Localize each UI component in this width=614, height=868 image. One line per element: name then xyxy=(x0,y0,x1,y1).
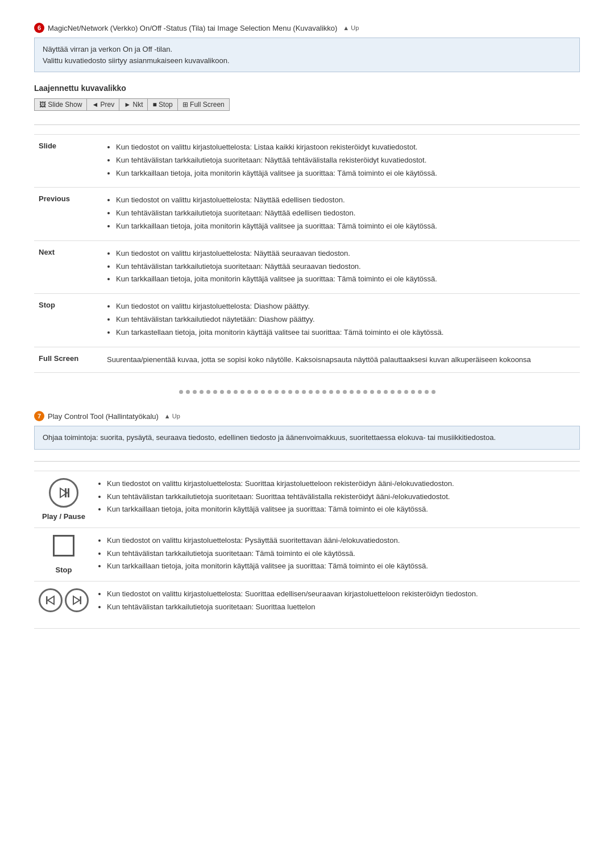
table-row: Next Kun tiedostot on valittu kirjastolu… xyxy=(34,240,580,293)
section2-icon: 7 xyxy=(34,411,44,421)
dot xyxy=(227,390,231,394)
dot xyxy=(391,390,395,394)
dot xyxy=(316,390,320,394)
dots-divider xyxy=(34,390,580,394)
table-row: Slide Kun tiedostot on valittu kirjastol… xyxy=(34,135,580,188)
table-row: Play / Pause Kun tiedostot on valittu ki… xyxy=(34,471,580,528)
section2-title: Play Control Tool (Hallintatyökalu) xyxy=(48,412,159,421)
feature-label-previous: Previous xyxy=(34,188,102,240)
feature-desc-slide: Kun tiedostot on valittu kirjastoluettel… xyxy=(102,135,580,188)
dot xyxy=(234,390,238,394)
stop-cell: Stop xyxy=(34,528,93,581)
table-row: Stop Kun tiedostot on valittu kirjastolu… xyxy=(34,294,580,347)
dot xyxy=(384,390,388,394)
section1-info-box: Näyttää virran ja verkon On ja Off -tila… xyxy=(34,38,580,72)
dot xyxy=(206,390,210,394)
dot xyxy=(261,390,265,394)
feature-table-section1: Slide Kun tiedostot on valittu kirjastol… xyxy=(34,134,580,373)
svg-rect-2 xyxy=(68,488,69,497)
dot xyxy=(370,390,374,394)
table-row: Previous Kun tiedostot on valittu kirjas… xyxy=(34,188,580,240)
toolbar-stop-btn[interactable]: ■ Stop xyxy=(148,99,177,110)
feature-desc-stop: Kun tiedostot on valittu kirjastoluettel… xyxy=(102,294,580,347)
play-pause-label: Play / Pause xyxy=(39,512,89,521)
section1-up-link[interactable]: ▲ Up xyxy=(343,24,359,31)
play-pause-cell: Play / Pause xyxy=(34,471,93,528)
dot xyxy=(193,390,197,394)
toolbar-slideshow-btn[interactable]: 🖼 Slide Show xyxy=(35,99,87,110)
feature-desc-next: Kun tiedostot on valittu kirjastoluettel… xyxy=(102,240,580,293)
dot xyxy=(186,390,190,394)
prev-icon xyxy=(39,588,63,612)
slideshow-toolbar: 🖼 Slide Show ◄ Prev ► Nkt ■ Stop ⊞ Full … xyxy=(34,98,230,111)
feature-desc-fullscreen: Suurentaa/pienentää kuvaa, jotta se sopi… xyxy=(102,347,580,373)
toolbar-prev-btn[interactable]: ◄ Prev xyxy=(87,99,119,110)
dot xyxy=(404,390,408,394)
dot xyxy=(343,390,347,394)
svg-rect-4 xyxy=(46,596,48,604)
section1-header: 6 MagicNet/Network (Verkko) On/Off -Stat… xyxy=(34,23,580,33)
dot xyxy=(425,390,429,394)
dot xyxy=(322,390,326,394)
feature-label-slide: Slide xyxy=(34,135,102,188)
svg-marker-5 xyxy=(73,596,80,604)
section1-icon: 6 xyxy=(34,23,44,33)
section1-info-line2: Valittu kuvatiedosto siirtyy asianmukais… xyxy=(43,55,571,67)
stop-label: Stop xyxy=(39,566,89,574)
toolbar-fullscreen-btn[interactable]: ⊞ Full Screen xyxy=(178,99,229,110)
stop-icon xyxy=(53,535,74,556)
svg-rect-6 xyxy=(80,596,82,604)
section2-header: 7 Play Control Tool (Hallintatyökalu) ▲ … xyxy=(34,411,580,421)
dot xyxy=(179,390,183,394)
play-pause-icon xyxy=(49,478,78,508)
dot xyxy=(329,390,333,394)
dot xyxy=(247,390,251,394)
feature-desc-play-pause: Kun tiedostot on valittu kirjastoluettel… xyxy=(93,471,580,528)
table2-top-divider xyxy=(34,461,580,462)
section2-up-link[interactable]: ▲ Up xyxy=(164,413,180,420)
dot xyxy=(432,390,435,394)
svg-marker-3 xyxy=(48,596,54,604)
dot xyxy=(397,390,401,394)
prev-next-cell xyxy=(34,581,93,628)
table-top-divider xyxy=(34,124,580,125)
table-row: Full Screen Suurentaa/pienentää kuvaa, j… xyxy=(34,347,580,373)
dot xyxy=(254,390,258,394)
dot xyxy=(275,390,279,394)
feature-label-fullscreen: Full Screen xyxy=(34,347,102,373)
table-row: Kun tiedostot on valittu kirjastoluettel… xyxy=(34,581,580,628)
dot xyxy=(309,390,313,394)
feature-table-section2: Play / Pause Kun tiedostot on valittu ki… xyxy=(34,471,580,629)
svg-rect-1 xyxy=(65,488,67,497)
section2-info-box: Ohjaa toimintoja: suorita, pysäytä, seur… xyxy=(34,426,580,450)
feature-desc-previous: Kun tiedostot on valittu kirjastoluettel… xyxy=(102,188,580,240)
feature-label-next: Next xyxy=(34,240,102,293)
dot xyxy=(200,390,204,394)
dot xyxy=(418,390,422,394)
section1-title: MagicNet/Network (Verkko) On/Off -Status… xyxy=(48,24,337,32)
dot xyxy=(336,390,340,394)
dot xyxy=(281,390,285,394)
dot xyxy=(268,390,272,394)
dot xyxy=(288,390,292,394)
dot xyxy=(302,390,306,394)
dot xyxy=(240,390,244,394)
dot xyxy=(411,390,415,394)
feature-desc-prev-next: Kun tiedostot on valittu kirjastoluettel… xyxy=(93,581,580,628)
dot xyxy=(220,390,224,394)
feature-label-stop: Stop xyxy=(34,294,102,347)
subsection-title: Laajennettu kuvavalikko xyxy=(34,84,580,93)
dot xyxy=(295,390,299,394)
table-row: Stop Kun tiedostot on valittu kirjastolu… xyxy=(34,528,580,581)
dot xyxy=(377,390,381,394)
section1-info-line1: Näyttää virran ja verkon On ja Off -tila… xyxy=(43,44,571,55)
toolbar-next-btn[interactable]: ► Nkt xyxy=(119,99,148,110)
dot xyxy=(356,390,360,394)
feature-desc-stop2: Kun tiedostot on valittu kirjastoluettel… xyxy=(93,528,580,581)
section2-info-text: Ohjaa toimintoja: suorita, pysäytä, seur… xyxy=(43,433,496,442)
dot xyxy=(350,390,354,394)
dot xyxy=(213,390,217,394)
next-icon xyxy=(65,588,89,612)
dot xyxy=(363,390,367,394)
